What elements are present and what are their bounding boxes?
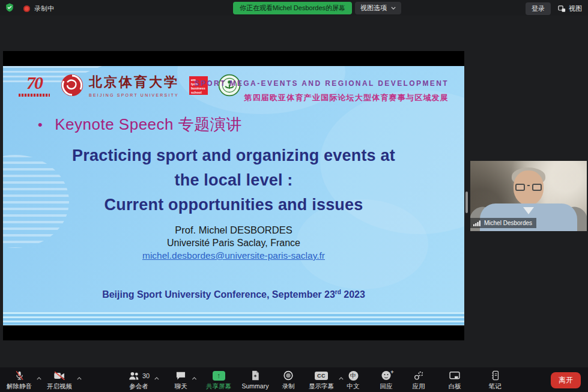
apps-icon	[414, 370, 424, 381]
whiteboard-label: 白板	[449, 382, 461, 390]
meeting-topbar: 录制中 你正在观看Michel Desbordes的屏幕 视图选项 登录 视图	[0, 0, 588, 16]
captions-options-chevron[interactable]	[339, 374, 344, 381]
apps-button[interactable]: 应用	[413, 370, 425, 391]
leave-meeting-button[interactable]: 离开	[551, 372, 581, 388]
summary-button[interactable]: Summary	[242, 370, 269, 390]
watching-banner: 你正在观看Michel Desbordes的屏幕	[233, 2, 352, 14]
beijing-sport-university-logo: 北京体育大学 BEIJING SPORT UNIVERSITY	[60, 73, 179, 97]
conference-title-cn: 第四届欧亚体育产业国际论坛大型体育赛事与区域发展	[195, 92, 449, 103]
topbar-right: 登录 视图	[526, 2, 582, 15]
apps-label: 应用	[413, 382, 425, 390]
participant-video-tile[interactable]: Michel Desbordes	[470, 161, 587, 231]
footer-text: Beijing Sport University Conference, Sep…	[102, 289, 335, 300]
start-video-label: 开启视频	[47, 382, 72, 390]
notes-icon	[491, 370, 499, 381]
chat-options-chevron[interactable]	[192, 374, 197, 381]
slide-conference-header: SPORT MEGA-EVENTS AND REGIONAL DEVELOPME…	[195, 79, 449, 103]
chevron-down-icon	[391, 7, 396, 10]
meeting-toolbar: 解除静音 开启视频 30 参会者 聊天 ↑ 共享屏幕 Summary	[0, 367, 588, 392]
participant-name: Michel Desbordes	[484, 220, 532, 226]
view-options-label: 视图选项	[360, 4, 387, 13]
chinese-language-icon: 中	[348, 371, 358, 381]
view-layout-icon	[558, 5, 566, 13]
language-button[interactable]: 中 中文	[347, 370, 360, 391]
bsu-english-name: BEIJING SPORT UNIVERSITY	[89, 93, 179, 97]
slide-title-line1: Practicing sport and organizing events a…	[3, 143, 464, 168]
participants-options-chevron[interactable]	[154, 374, 159, 381]
slide-footer: Beijing Sport University Conference, Sep…	[3, 289, 464, 300]
summary-label: Summary	[242, 382, 269, 390]
bsu-swirl-icon	[60, 73, 84, 97]
chat-bubble-icon	[176, 371, 186, 381]
signal-bars-icon	[473, 220, 481, 226]
notes-label: 笔记	[489, 382, 502, 390]
video-panel-drag-handle[interactable]	[465, 191, 468, 213]
speaker-block: Prof. Michel DESBORDES Université Paris …	[3, 224, 464, 262]
record-circle-icon	[283, 370, 294, 381]
participant-name-tag: Michel Desbordes	[470, 218, 536, 228]
summary-document-icon	[251, 370, 260, 381]
keynote-text: Keynote Speech 专题演讲	[55, 114, 242, 135]
slide-title-line2: the local level :	[3, 168, 464, 193]
recording-label: 录制中	[34, 4, 54, 13]
record-label: 录制	[282, 382, 295, 390]
start-video-button[interactable]: 开启视频	[47, 370, 72, 391]
anniversary-70-caption	[19, 94, 50, 97]
reactions-label: 回应	[380, 382, 393, 390]
bsu-chinese-name: 北京体育大学	[89, 73, 179, 91]
notes-button[interactable]: 笔记	[489, 370, 502, 391]
recording-dot-icon	[23, 5, 30, 12]
footer-year: 2023	[341, 289, 365, 300]
view-button[interactable]: 视图	[558, 4, 582, 13]
slide-title: Practicing sport and organizing events a…	[3, 143, 464, 217]
participants-count: 30	[142, 372, 150, 379]
unmute-label: 解除静音	[7, 382, 32, 390]
participants-button[interactable]: 30 参会者	[128, 370, 150, 391]
conference-title-en: SPORT MEGA-EVENTS AND REGIONAL DEVELOPME…	[195, 79, 449, 88]
unmute-button[interactable]: 解除静音	[7, 370, 32, 391]
slide-deco-bottom-stripes	[3, 312, 464, 325]
captions-label: 显示字幕	[309, 382, 334, 390]
speaker-email-link[interactable]: michel.desbordes@universite-paris-saclay…	[142, 250, 325, 261]
whiteboard-icon	[449, 371, 461, 381]
participants-label: 参会者	[129, 382, 148, 390]
encryption-shield-icon[interactable]	[5, 3, 14, 14]
bullet-icon: •	[38, 117, 43, 133]
bsu-text: 北京体育大学 BEIJING SPORT UNIVERSITY	[89, 73, 179, 97]
speaker-name: Prof. Michel DESBORDES	[3, 224, 464, 237]
recording-indicator: 录制中	[23, 4, 54, 13]
closed-captions-icon: CC	[315, 372, 328, 380]
language-label: 中文	[347, 382, 360, 390]
footer-ordinal: rd	[335, 289, 341, 295]
speaker-affiliation: Université Paris Saclay, France	[3, 237, 464, 249]
signin-button[interactable]: 登录	[526, 2, 551, 15]
keynote-heading: • Keynote Speech 专题演讲	[38, 114, 242, 135]
share-screen-icon: ↑	[213, 371, 225, 381]
microphone-off-icon	[14, 370, 25, 381]
unmute-options-chevron[interactable]	[37, 374, 41, 381]
anniversary-70-number: 70	[19, 74, 50, 92]
chat-label: 聊天	[175, 382, 187, 390]
glasses-icon	[515, 184, 542, 191]
view-button-label: 视图	[569, 4, 582, 13]
anniversary-70-logo: 70	[19, 74, 50, 97]
view-options-button[interactable]: 视图选项	[355, 2, 401, 14]
topbar-center: 你正在观看Michel Desbordes的屏幕 视图选项	[233, 2, 401, 14]
reactions-button[interactable]: + 回应	[380, 370, 393, 391]
portrait-collar	[523, 207, 534, 214]
slide-title-line3: Current opportunities and issues	[3, 193, 464, 217]
reactions-smiley-icon: +	[382, 371, 391, 380]
camera-off-icon	[53, 371, 65, 381]
share-screen-button[interactable]: ↑ 共享屏幕	[206, 370, 231, 391]
shared-screen-area: 70 北京体育大学 BEIJING SPORT UNIVERSITY em ly…	[3, 51, 464, 340]
whiteboard-button[interactable]: 白板	[449, 370, 461, 391]
topbar-left: 录制中	[5, 3, 54, 14]
record-button[interactable]: 录制	[282, 370, 295, 391]
presentation-slide: 70 北京体育大学 BEIJING SPORT UNIVERSITY em ly…	[3, 66, 464, 325]
participants-icon	[128, 371, 140, 381]
captions-button[interactable]: CC 显示字幕	[309, 370, 334, 391]
video-options-chevron[interactable]	[77, 374, 82, 381]
share-screen-label: 共享屏幕	[206, 382, 231, 390]
chat-button[interactable]: 聊天	[175, 370, 187, 391]
